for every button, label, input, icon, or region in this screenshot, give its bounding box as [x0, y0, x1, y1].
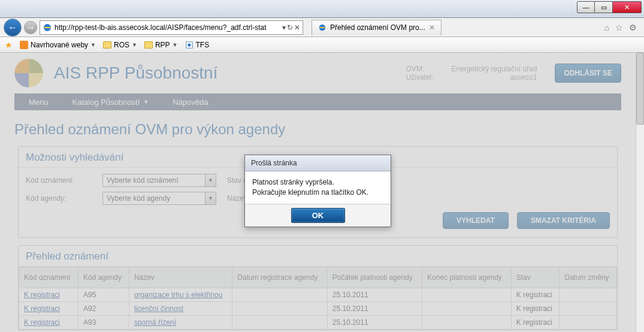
- scroll-thumb[interactable]: [636, 53, 644, 125]
- svg-point-3: [188, 43, 191, 46]
- fav-label: RPP: [155, 41, 170, 49]
- stop-icon[interactable]: ✕: [294, 23, 300, 32]
- window-maximize-button[interactable]: ▭: [595, 1, 613, 13]
- favorites-star-icon[interactable]: ☆: [615, 23, 623, 32]
- address-bar[interactable]: ▾ ↻ ✕: [40, 20, 303, 35]
- dialog-ok-button[interactable]: OK: [291, 208, 345, 223]
- url-dropdown-icon[interactable]: ▾: [282, 23, 286, 32]
- browser-tab[interactable]: Přehled oznámení OVM pro... ✕: [312, 20, 442, 35]
- add-favorite-icon[interactable]: ★: [5, 40, 13, 50]
- fav-link-tfs[interactable]: TFS: [185, 41, 210, 49]
- suggested-sites-icon: [20, 41, 28, 49]
- dialog-text-line1: Platnost stránky vypršela.: [252, 177, 383, 188]
- fav-label: TFS: [196, 41, 210, 49]
- chevron-down-icon: ▼: [90, 42, 96, 48]
- folder-icon: [103, 41, 111, 49]
- chevron-down-icon: ▼: [173, 42, 178, 48]
- tools-gear-icon[interactable]: ⚙: [629, 23, 637, 32]
- chevron-down-icon: ▼: [132, 42, 137, 48]
- window-close-button[interactable]: ✕: [613, 1, 642, 13]
- tab-close-icon[interactable]: ✕: [429, 23, 435, 32]
- window-minimize-button[interactable]: —: [577, 1, 595, 13]
- refresh-icon[interactable]: ↻: [287, 23, 293, 32]
- vertical-scrollbar[interactable]: [636, 53, 644, 332]
- ie-logo-icon: [318, 23, 326, 32]
- fav-folder-ros[interactable]: ROS ▼: [103, 41, 137, 49]
- fav-folder-rpp[interactable]: RPP ▼: [144, 41, 178, 49]
- nav-back-button[interactable]: ←: [4, 19, 22, 37]
- nav-forward-button[interactable]: →: [24, 21, 37, 34]
- favorites-bar: ★ Navrhované weby ▼ ROS ▼ RPP ▼ TFS: [0, 37, 644, 53]
- browser-nav-bar: ← → ▾ ↻ ✕ Přehled oznámení OVM pro... ✕ …: [0, 18, 644, 37]
- window-titlebar: — ▭ ✕: [0, 0, 644, 18]
- url-input[interactable]: [55, 22, 280, 34]
- folder-icon: [144, 41, 153, 49]
- tab-title: Přehled oznámení OVM pro...: [330, 23, 425, 32]
- fav-label: ROS: [114, 41, 129, 49]
- fav-label: Navrhované weby: [31, 41, 88, 49]
- fav-suggested-sites[interactable]: Navrhované weby ▼: [20, 41, 96, 49]
- dialog-text-line2: Pokračujte klepnutím na tlačítko OK.: [252, 188, 383, 198]
- home-icon[interactable]: ⌂: [604, 23, 609, 32]
- ie-page-icon: [185, 41, 193, 49]
- ie-logo-icon: [43, 23, 52, 32]
- expired-page-dialog: Prošlá stránka Platnost stránky vypršela…: [244, 155, 391, 227]
- dialog-title: Prošlá stránka: [245, 155, 391, 171]
